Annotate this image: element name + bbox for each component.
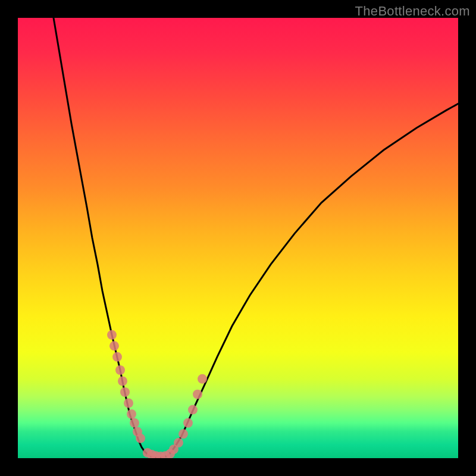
data-dot (124, 399, 133, 408)
data-dot (130, 418, 139, 428)
curve-group (54, 18, 458, 458)
data-dot (174, 438, 183, 447)
data-dot (127, 409, 136, 419)
data-dot (183, 418, 193, 428)
data-dot (193, 390, 202, 399)
data-dot (198, 374, 207, 384)
data-dot (178, 429, 188, 439)
plot-area (18, 18, 458, 458)
data-dot (120, 387, 130, 397)
data-dot (109, 341, 119, 350)
data-dot (136, 434, 145, 443)
watermark-text: TheBottleneck.com (355, 4, 470, 19)
data-dot (118, 377, 127, 386)
data-dot (115, 365, 125, 375)
chart-svg (18, 18, 458, 458)
chart-frame: TheBottleneck.com (0, 0, 476, 476)
bottleneck-curve (54, 18, 458, 458)
dot-group (107, 330, 207, 458)
data-dot (188, 405, 198, 415)
data-dot (107, 330, 117, 340)
data-dot (112, 352, 122, 362)
